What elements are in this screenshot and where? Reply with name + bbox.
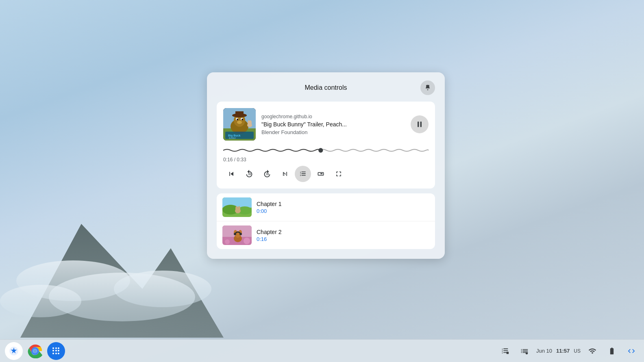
media-thumbnail: Big Buck BUNNY: [223, 108, 256, 141]
chapters-icon: [299, 170, 307, 178]
svg-point-34: [238, 206, 240, 211]
taskbar-left: [5, 342, 65, 360]
svg-point-15: [242, 119, 243, 120]
chapter-2-thumbnail: [222, 225, 252, 245]
chapter-1-thumbnail: [222, 197, 252, 217]
svg-rect-24: [420, 121, 422, 127]
media-source: googlechrome.github.io: [261, 114, 405, 119]
playlist-tray-button[interactable]: [517, 343, 532, 359]
chapter-list: Chapter 1 0:00: [217, 193, 435, 249]
skip-back-icon: [227, 170, 235, 178]
code-icon: [627, 347, 635, 355]
svg-point-3: [0, 285, 81, 317]
svg-rect-11: [235, 111, 244, 117]
chapter-2-time: 0:16: [257, 236, 429, 242]
svg-point-49: [34, 349, 37, 352]
battery-icon: [608, 347, 616, 355]
svg-point-25: [318, 148, 323, 152]
chapter-1-info: Chapter 1 0:00: [257, 201, 429, 214]
chapter-item-2[interactable]: Chapter 2 0:16: [217, 221, 435, 249]
media-artist: Blender Foundation: [261, 129, 405, 135]
svg-rect-50: [507, 351, 509, 354]
wifi-icon: [588, 347, 596, 355]
progress-bar-container[interactable]: [223, 146, 429, 154]
dev-tools-button[interactable]: [624, 343, 639, 359]
chrome-icon: [28, 344, 42, 358]
chapter-item-1[interactable]: Chapter 1 0:00: [217, 193, 435, 221]
taskbar-locale: US: [574, 348, 581, 354]
svg-point-41: [234, 233, 236, 235]
chapter-2-name: Chapter 2: [257, 229, 429, 235]
panel-title: Media controls: [231, 84, 420, 91]
skip-next-button[interactable]: [277, 166, 293, 182]
controls-row: 10 10: [223, 166, 429, 182]
panel-header: Media controls: [217, 80, 435, 95]
taskbar: Jun 10 11:57 US: [0, 339, 644, 362]
taskbar-time: 11:57: [556, 348, 570, 354]
launcher-button[interactable]: [5, 342, 23, 360]
media-chapters-tray-icon: [500, 347, 509, 355]
media-card-top: Big Buck BUNNY googlechrome.github.io "B…: [223, 108, 429, 141]
svg-rect-23: [418, 121, 419, 127]
svg-point-42: [239, 233, 242, 235]
pip-button[interactable]: [313, 166, 329, 182]
svg-point-33: [235, 206, 238, 211]
taskbar-right: Jun 10 11:57 US: [497, 343, 639, 359]
svg-text:10: 10: [248, 173, 251, 176]
pause-icon: [416, 120, 424, 128]
chapter-1-time: 0:00: [257, 208, 429, 214]
chapter-1-name: Chapter 1: [257, 201, 429, 207]
skip-next-icon: [281, 170, 289, 178]
chapter-2-info: Chapter 2 0:16: [257, 229, 429, 242]
launcher-star-icon: [9, 346, 19, 356]
rewind-icon: 10: [245, 169, 254, 178]
apps-button[interactable]: [47, 342, 65, 360]
fullscreen-icon: [335, 170, 343, 178]
pip-icon: [317, 170, 325, 178]
media-controls-panel: Media controls: [207, 72, 445, 259]
svg-text:10: 10: [266, 173, 269, 176]
fullscreen-button[interactable]: [331, 166, 347, 182]
pin-icon: [424, 84, 431, 91]
wifi-button[interactable]: [585, 343, 600, 359]
taskbar-date: Jun 10: [536, 348, 552, 354]
media-card: Big Buck BUNNY googlechrome.github.io "B…: [217, 102, 435, 189]
svg-point-14: [237, 119, 238, 120]
svg-point-4: [114, 271, 211, 307]
forward-button[interactable]: 10: [259, 166, 275, 182]
svg-point-44: [225, 239, 230, 244]
time-display: 0:16 / 0:33: [223, 157, 429, 163]
svg-point-16: [237, 121, 242, 124]
battery-button[interactable]: [604, 343, 620, 359]
rewind-button[interactable]: 10: [241, 166, 257, 182]
skip-back-button[interactable]: [223, 166, 239, 182]
apps-grid-icon: [52, 347, 60, 355]
media-info: googlechrome.github.io "Big Buck Bunny" …: [261, 114, 405, 135]
forward-icon: 10: [263, 169, 272, 178]
playlist-tray-icon: [520, 347, 529, 355]
media-chapters-tray-button[interactable]: [497, 343, 513, 359]
svg-point-51: [526, 352, 528, 354]
progress-wave: [223, 146, 429, 154]
pause-button[interactable]: [411, 115, 429, 133]
svg-point-22: [249, 120, 252, 125]
svg-point-43: [244, 238, 250, 244]
chapters-button[interactable]: [295, 166, 311, 182]
big-buck-bunny-poster: Big Buck BUNNY: [223, 108, 256, 141]
media-title: "Big Buck Bunny" Trailer, Peach...: [261, 121, 405, 128]
chrome-button[interactable]: [26, 342, 44, 360]
pin-button[interactable]: [420, 80, 435, 95]
svg-text:BUNNY: BUNNY: [229, 137, 236, 139]
